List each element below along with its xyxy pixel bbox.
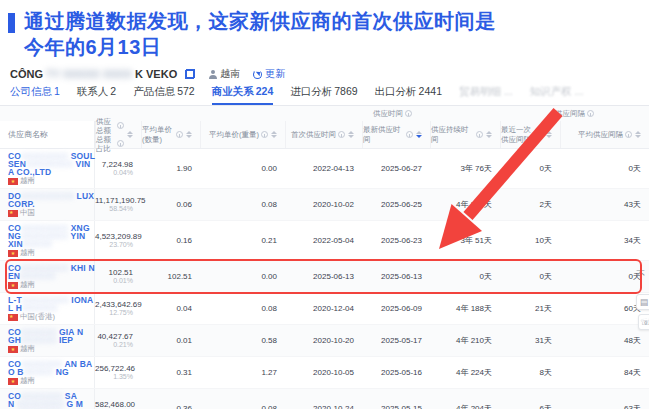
supplier-name-line[interactable]: DOXXXXXXXXX LUX <box>8 192 92 200</box>
sort-caret[interactable] <box>486 131 492 138</box>
supplier-name-line[interactable]: CORP. <box>8 200 92 208</box>
total-value: 11,171,190.75 <box>95 196 133 205</box>
sort-caret[interactable] <box>127 131 133 138</box>
supplier-name-cell[interactable]: COXXXXXXX AN BAO BXXXXX NG★越南 <box>0 357 95 388</box>
col-supply-duration[interactable]: 供应持续时间 <box>430 121 500 148</box>
country-label: 中国 <box>20 208 35 218</box>
vietnam-flag-icon: ★ <box>8 282 18 289</box>
info-icon[interactable] <box>625 131 632 138</box>
table-row: DOXXXXXXXXX LUXCORP.★中国11,171,190.7558.5… <box>0 189 649 221</box>
supplier-name-cell[interactable]: COXXXXXXX SAN XXXXXXXX G MAI XXXXXXX★越南 <box>0 389 95 409</box>
sort-caret[interactable] <box>186 131 192 138</box>
table-columns-row: 供应商名称 供应总额 总额占比 平均单价(数量) 平均单价(重量) 首次供应时间… <box>0 121 649 148</box>
info-icon[interactable] <box>536 131 543 138</box>
col-total-supply[interactable]: 供应总额 总额占比 <box>95 121 141 148</box>
table-row: COXXXXXX GIA NGHXXXXXX IEP★越南40,427.670.… <box>0 325 649 357</box>
col-latest-supply-time[interactable]: 最新供应时间 <box>362 121 430 148</box>
feedback-icon[interactable]: ▤ <box>636 294 649 310</box>
tab-intellectual-property[interactable]: 知识产权 ... <box>530 85 584 105</box>
last-interval-cell: 2天 <box>500 199 560 210</box>
country-label: 越南 <box>20 344 35 354</box>
total-supply-cell: 256,722.461.35% <box>95 364 141 381</box>
first-supply-cell: 2020-10-24 <box>285 404 362 409</box>
total-supply-cell: 40,427.670.21% <box>95 332 141 349</box>
supplier-table: 供应时间 供应间隔 供应商名称 供应总额 总额占比 平均单价(数量) 平均单价(… <box>0 106 649 409</box>
info-icon[interactable] <box>117 122 124 129</box>
sort-caret-active[interactable] <box>416 131 422 138</box>
sort-caret[interactable] <box>348 131 354 138</box>
info-icon[interactable] <box>405 110 412 117</box>
info-icon[interactable] <box>176 131 183 138</box>
company-bar: CÔNG TY XXXXX XXXX K VEKO 越南 更新 <box>0 60 649 84</box>
refresh-button[interactable]: 更新 <box>253 67 285 81</box>
sort-caret[interactable] <box>546 131 552 138</box>
sort-caret[interactable] <box>635 131 641 138</box>
avg-price-wt-cell: 0.08 <box>200 304 285 313</box>
table-row: L-TXXXXXXXX IONAL HXXXXXX★中国(香港)2,433,64… <box>0 293 649 325</box>
supplier-name-cell[interactable]: COXXXXXXXX SOULSENXXXXXXXX VINA CO.,LTD★… <box>0 149 95 188</box>
latest-supply-cell: 2025-06-27 <box>362 164 430 173</box>
headline-line1: 通过腾道数据发现，这家新供应商的首次供应时间是 <box>24 8 635 34</box>
supplier-name-line[interactable]: ENXXXXXX <box>8 272 92 280</box>
tab-business-relations[interactable]: 商业关系224 <box>212 85 274 105</box>
redacted-text: XXXXXX <box>20 271 55 281</box>
share-value: 12.75% <box>95 309 133 317</box>
table-row: COXXXXXXXX KHI NENXXXXXX★越南102.510.01%10… <box>0 261 649 293</box>
info-icon[interactable] <box>338 131 345 138</box>
supplier-name-line[interactable]: GHXXXXXX IEP <box>8 336 92 344</box>
supplier-name-cell[interactable]: L-TXXXXXXXX IONAL HXXXXXX★中国(香港) <box>0 293 95 324</box>
supplier-name-cell[interactable]: DOXXXXXXXXX LUXCORP.★中国 <box>0 189 95 220</box>
total-value: 2,433,642.69 <box>95 300 133 309</box>
latest-supply-cell: 2025-06-25 <box>362 200 430 209</box>
tab-import-analysis[interactable]: 进口分析7869 <box>290 85 357 105</box>
sort-caret[interactable] <box>271 131 277 138</box>
col-first-supply-time[interactable]: 首次供应时间 <box>285 121 362 148</box>
duration-cell: 0天 <box>430 271 500 282</box>
supplier-name-line[interactable]: A CO.,LTD <box>8 168 92 176</box>
latest-supply-cell: 2025-06-23 <box>362 236 430 245</box>
col-last-interval[interactable]: 最近一次供应间隔 <box>500 121 560 148</box>
duration-cell: 4年 204天 <box>430 403 500 409</box>
country-label: 越南 <box>20 376 35 386</box>
supplier-name-line[interactable]: XINXXXXX <box>8 240 92 248</box>
avg-interval-cell: 34天 <box>560 235 649 246</box>
avg-interval-cell: 0天 <box>560 163 649 174</box>
redacted-text: XXXXXXXX <box>26 159 73 169</box>
copy-icon[interactable] <box>185 69 195 79</box>
redacted-text: XXXXX <box>24 367 53 377</box>
country-label: 越南 <box>20 248 35 258</box>
supplier-name-line[interactable]: O BXXXXX NG <box>8 368 92 376</box>
table-row: COXXXXXXXX SOULSENXXXXXXXX VINA CO.,LTD★… <box>0 149 649 189</box>
supplier-name-cell[interactable]: COXXXXXXXX XNGNGXXXXXXXX YINXINXXXXX★越南 <box>0 221 95 260</box>
group-header-supply-time: 供应时间 <box>285 109 500 119</box>
tab-contacts[interactable]: 联系人2 <box>77 85 116 105</box>
supplier-name-cell[interactable]: COXXXXXXXX KHI NENXXXXXX★越南 <box>0 261 95 292</box>
info-icon[interactable] <box>261 131 268 138</box>
avg-interval-cell: 48天 <box>560 335 649 346</box>
col-avg-price-wt[interactable]: 平均单价(重量) <box>200 121 285 148</box>
tab-export-analysis[interactable]: 出口分析2441 <box>375 85 442 105</box>
support-icon[interactable]: ☏ <box>638 314 649 330</box>
country-label: 中国(香港) <box>20 312 55 322</box>
company-name: CÔNG TY XXXXX XXXX K VEKO <box>10 68 177 80</box>
tab-company-info[interactable]: 公司信息1 <box>10 85 60 105</box>
col-avg-interval[interactable]: 平均供应间隔 <box>560 121 649 148</box>
info-icon[interactable] <box>476 131 483 138</box>
supplier-name-line[interactable]: L HXXXXXX <box>8 304 92 312</box>
last-interval-cell: 0天 <box>500 163 560 174</box>
tab-products[interactable]: 产品信息572 <box>133 85 195 105</box>
redacted-text: XXXXXX <box>22 303 57 313</box>
info-icon[interactable] <box>406 131 413 138</box>
last-interval-cell: 21天 <box>500 303 560 314</box>
col-avg-price-qty[interactable]: 平均单价(数量) <box>141 121 200 148</box>
china-flag-icon: ★ <box>8 314 18 321</box>
country-line: ★越南 <box>8 377 92 385</box>
supplier-name-cell[interactable]: COXXXXXX GIA NGHXXXXXX IEP★越南 <box>0 325 95 356</box>
avg-price-qty-cell: 0.31 <box>141 368 200 377</box>
info-icon[interactable] <box>117 140 124 147</box>
avg-price-qty-cell: 0.36 <box>141 404 200 409</box>
tab-trade-details[interactable]: 贸易明细 ... <box>459 85 513 105</box>
avg-price-wt-cell: 0.00 <box>200 272 285 281</box>
info-icon[interactable] <box>587 110 594 117</box>
company-name-suffix: K VEKO <box>135 68 177 80</box>
